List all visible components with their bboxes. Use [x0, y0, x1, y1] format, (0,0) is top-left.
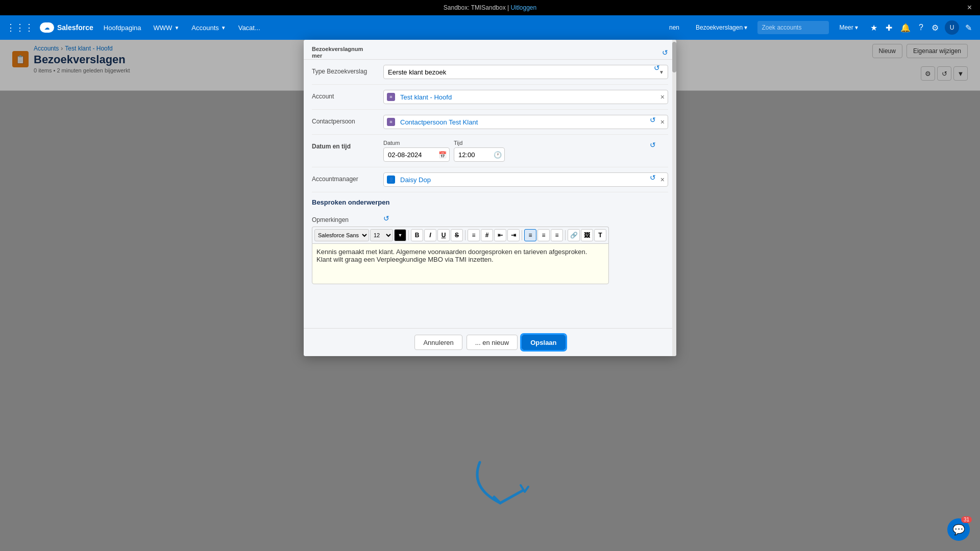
list-ol-button[interactable]: # — [481, 229, 493, 241]
text-format-button[interactable]: T — [594, 229, 606, 241]
time-group: Tijd 🕐 — [454, 140, 505, 162]
modal-header: Bezoekverslagnum mer ↺ — [304, 40, 676, 60]
add-icon[interactable]: ✚ — [884, 21, 894, 35]
italic-button[interactable]: I — [424, 229, 436, 241]
sandbox-text: Sandbox: TMISandbox | — [444, 4, 509, 11]
bold-button[interactable]: B — [411, 229, 423, 241]
chat-bubble[interactable]: 💬 31 — [947, 518, 970, 541]
notes-label: Opmerkingen — [312, 213, 383, 223]
nav-www[interactable]: WWW▼ — [148, 15, 186, 40]
datetime-reset-icon[interactable]: ↺ — [650, 141, 656, 149]
rte-toolbar: Salesforce Sans 12 ▼ B I U S — [312, 227, 609, 243]
date-group: Datum 📅 — [383, 140, 450, 162]
link-button[interactable]: 🔗 — [568, 229, 580, 241]
sf-logo: ☁ Salesforce — [40, 22, 93, 33]
contact-row: Contactpersoon ↺ ≡ Contactpersoon Test K… — [312, 110, 668, 135]
manager-reset-icon[interactable]: ↺ — [650, 173, 656, 182]
modal-overlay: Bezoekverslagnum mer ↺ Type Bezoekversla… — [0, 40, 980, 551]
edit-icon[interactable]: ✎ — [963, 21, 974, 35]
notes-reset-icon[interactable]: ↺ — [383, 214, 389, 222]
nav-nen[interactable]: nen — [663, 15, 685, 40]
account-lookup-value: Test klant - Hoofd — [400, 93, 452, 101]
image-button[interactable]: 🖼 — [581, 229, 593, 241]
font-family-select[interactable]: Salesforce Sans — [314, 229, 369, 241]
close-button[interactable]: × — [967, 3, 972, 12]
modal-reset-top[interactable]: ↺ — [662, 48, 668, 57]
align-left-button[interactable]: ≡ — [524, 229, 536, 241]
account-lookup-icon: ≡ — [387, 93, 395, 101]
sf-header-right: nen Bezoekverslagen ▾ Meer ▾ ★ ✚ 🔔 ? ⚙ U… — [663, 15, 974, 40]
modal-dialog: Bezoekverslagnum mer ↺ Type Bezoekversla… — [304, 40, 676, 356]
contact-clear-icon[interactable]: × — [660, 118, 665, 126]
section-title: Besproken onderwerpen — [312, 192, 668, 208]
nav-bezoekverslagen[interactable]: Bezoekverslagen ▾ — [690, 15, 753, 40]
datetime-field: ↺ Datum 📅 Tijd — [383, 140, 668, 162]
nav-meer[interactable]: Meer ▾ — [833, 15, 864, 40]
manager-label: Accountmanager — [312, 172, 383, 183]
date-field: 📅 — [383, 147, 450, 162]
search-accounts-input[interactable] — [757, 21, 829, 34]
rte-editor[interactable]: Kennis gemaakt met klant. Algemene voorw… — [312, 243, 609, 284]
manager-lookup-icon: 👤 — [387, 176, 395, 184]
time-label: Tijd — [454, 140, 505, 146]
contact-lookup-icon: ≡ — [387, 118, 395, 126]
indent-less-button[interactable]: ⇤ — [494, 229, 506, 241]
indent-more-button[interactable]: ⇥ — [507, 229, 520, 241]
top-bar: Sandbox: TMISandbox | Uitloggen × — [0, 0, 980, 15]
account-row: Account ≡ Test klant - Hoofd × — [312, 85, 668, 110]
color-picker-button[interactable]: ▼ — [394, 229, 406, 241]
logo-text: Salesforce — [57, 23, 93, 32]
datetime-row: Datum en tijd ↺ Datum 📅 Tijd — [312, 135, 668, 167]
contact-reset-icon[interactable]: ↺ — [650, 116, 656, 124]
contact-field: ↺ ≡ Contactpersoon Test Klant × — [383, 115, 668, 129]
arrow-annotation — [449, 457, 551, 520]
calendar-icon[interactable]: 📅 — [438, 151, 447, 159]
account-lookup-wrapper: ≡ Test klant - Hoofd × — [383, 90, 668, 104]
strikethrough-button[interactable]: S — [451, 229, 463, 241]
clock-icon[interactable]: 🕐 — [494, 151, 502, 159]
nav-accounts[interactable]: Accounts▼ — [185, 15, 232, 40]
manager-clear-icon[interactable]: × — [660, 176, 665, 184]
type-reset-icon[interactable]: ↺ — [654, 64, 660, 72]
save-button[interactable]: Opslaan — [522, 335, 565, 350]
align-right-button[interactable]: ≡ — [551, 229, 563, 241]
user-avatar[interactable]: U — [945, 20, 959, 35]
modal-footer: Annuleren ... en nieuw Opslaan — [304, 328, 676, 356]
toolbar-sep-2 — [465, 230, 465, 240]
datetime-label: Datum en tijd — [312, 140, 383, 150]
font-size-select[interactable]: 12 — [370, 229, 393, 241]
help-icon[interactable]: ? — [917, 21, 925, 34]
account-clear-icon[interactable]: × — [660, 93, 665, 101]
list-ul-button[interactable]: ≡ — [468, 229, 480, 241]
sf-header: ⋮⋮⋮ ☁ Salesforce Hoofdpagina WWW▼ Accoun… — [0, 15, 980, 40]
account-field: ≡ Test klant - Hoofd × — [383, 90, 668, 104]
grid-icon[interactable]: ⋮⋮⋮ — [6, 22, 34, 33]
manager-field: ↺ 👤 Daisy Dop × — [383, 172, 668, 187]
cancel-button[interactable]: Annuleren — [414, 335, 462, 350]
account-lookup[interactable]: ≡ Test klant - Hoofd × — [383, 90, 668, 104]
type-select-wrapper: Eerste klant bezoek Tweede bezoek Follow… — [383, 65, 668, 79]
align-center-button[interactable]: ≡ — [537, 229, 550, 241]
manager-lookup-value: Daisy Dop — [400, 176, 431, 184]
star-icon[interactable]: ★ — [868, 21, 879, 35]
contact-lookup-wrapper: ≡ Contactpersoon Test Klant × — [383, 115, 668, 129]
contact-label: Contactpersoon — [312, 115, 383, 125]
nav-vacat[interactable]: Vacat... — [232, 15, 266, 40]
notes-row: Opmerkingen ↺ Salesforce Sans 12 ▼ — [312, 208, 668, 289]
manager-row: Accountmanager ↺ 👤 Daisy Dop × — [312, 167, 668, 192]
type-row: Type Bezoekverslag Eerste klant bezoek T… — [312, 60, 668, 85]
sf-nav: Hoofdpagina WWW▼ Accounts▼ Vacat... — [97, 15, 659, 40]
type-select[interactable]: Eerste klant bezoek Tweede bezoek Follow… — [383, 65, 668, 79]
logout-link[interactable]: Uitloggen — [510, 4, 536, 11]
save-new-button[interactable]: ... en nieuw — [467, 335, 518, 350]
contact-lookup[interactable]: ≡ Contactpersoon Test Klant × — [383, 115, 668, 129]
toolbar-sep-4 — [565, 230, 566, 240]
notes-line-1: Kennis gemaakt met klant. Algemene voorw… — [316, 248, 604, 256]
type-field: Eerste klant bezoek Tweede bezoek Follow… — [383, 65, 668, 79]
nav-home[interactable]: Hoofdpagina — [97, 15, 148, 40]
bell-icon[interactable]: 🔔 — [898, 21, 913, 35]
logo-cloud: ☁ — [40, 22, 54, 33]
settings-icon[interactable]: ⚙ — [929, 21, 941, 35]
underline-button[interactable]: U — [437, 229, 450, 241]
manager-lookup[interactable]: 👤 Daisy Dop × — [383, 172, 668, 187]
